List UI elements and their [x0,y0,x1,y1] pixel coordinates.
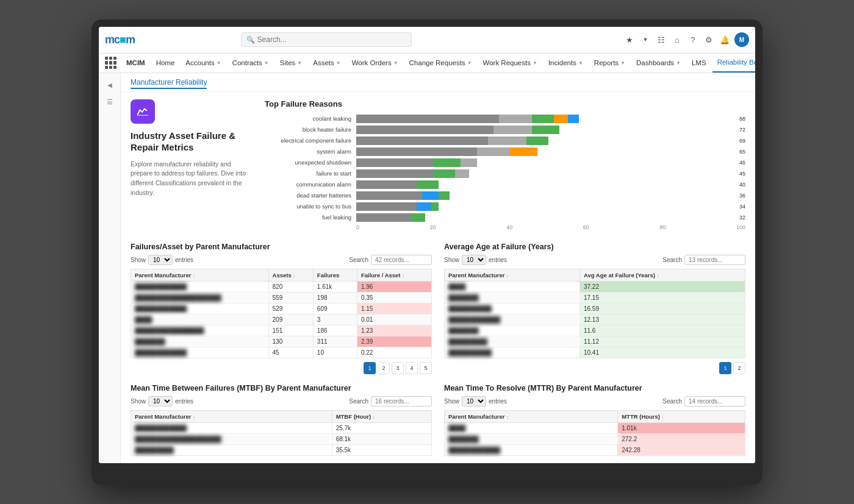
nav-lms[interactable]: LMS [687,53,711,73]
content-inner: Industry Asset Failure & Repair Metrics … [121,92,755,463]
star-icon[interactable]: ★ [623,34,636,46]
nav-reports[interactable]: Reports ▼ [589,53,630,73]
mttr-table-section: Mean Time To Resolve (MTTR) By Parent Ma… [444,384,745,456]
table-row: ████████████████1511861.23 [131,325,432,336]
col-avg-age[interactable]: Avg Age at Failure (Years) ↕ [580,269,745,281]
bar-segment [433,169,455,178]
page-button[interactable]: 3 [392,362,404,374]
avg-age-pagination: 12 [444,362,745,374]
page-button[interactable]: 5 [420,362,432,374]
nav-assets[interactable]: Assets ▼ [308,53,345,73]
mtbf-search[interactable] [371,396,432,406]
mtbf-show-select[interactable]: 10 [148,396,173,406]
grid-icon[interactable] [105,57,117,69]
chart-bar-row: coolant leaking88 [265,115,745,123]
page-button[interactable]: 4 [406,362,418,374]
bar-label: coolant leaking [265,115,356,122]
nav-sites[interactable]: Sites ▼ [275,53,307,73]
show-entries-mtbf: Show 10 entries [131,396,193,406]
col-mttr[interactable]: MTTR (Hours) ↕ [618,410,745,422]
sidebar: ◀ ☰ [99,73,121,463]
nav-incidents[interactable]: Incidents ▼ [544,53,588,73]
apps-icon[interactable]: ☷ [655,34,667,46]
bar-label: dead starter batteries [265,192,356,199]
breadcrumb-link[interactable]: Manufacturer Reliability [131,78,207,89]
table-row: ████████████████████5591980.35 [131,292,432,303]
nav-menu: MCIM Home Accounts ▼ Contracts ▼ Sites ▼… [99,54,755,73]
mtbf-table-section: Mean Time Between Failures (MTBF) By Par… [131,384,432,456]
avg-age-search[interactable] [684,255,745,265]
nav-reliability[interactable]: Reliability Benchmarking [712,53,755,73]
page-button[interactable]: 2 [733,362,745,374]
col-assets[interactable]: Assets ↕ [268,269,313,281]
search-input[interactable] [257,35,406,44]
bottom-tables-grid: Mean Time Between Failures (MTBF) By Par… [131,384,745,456]
bar-container [356,191,737,200]
col-mtbf[interactable]: MTBF (Hour) ↕ [332,410,431,422]
chart-bar-row: block heater failure72 [265,126,745,134]
nav-accounts[interactable]: Accounts ▼ [181,53,226,73]
bar-segment [356,202,417,211]
page-button[interactable]: 1 [719,362,731,374]
col-manufacturer-mtbf[interactable]: Parent Manufacturer ↕ [131,410,332,422]
failures-search[interactable] [371,255,432,265]
bar-count: 40 [739,182,745,188]
logo: mc■m [105,34,135,46]
table-row: ██████████16.59 [445,303,745,314]
failures-table: Parent Manufacturer ↕ Assets ↕ Failures … [131,269,432,358]
home-icon[interactable]: ⌂ [671,34,683,46]
col-ratio[interactable]: Failure / Asset ↕ [357,269,431,281]
show-select[interactable]: 10 [148,255,173,265]
chart-bar-row: unable to sync to bus34 [265,202,745,211]
settings-icon[interactable]: ⚙ [703,34,715,46]
col-manufacturer-mttr[interactable]: Parent Manufacturer ↕ [445,410,618,422]
chart-icon-box [131,99,155,124]
table-row: ████████████████████68.1k [131,433,432,444]
page-button[interactable]: 1 [364,362,376,374]
col-manufacturer[interactable]: Parent Manufacturer ↕ [131,269,269,281]
bar-label: unable to sync to bus [265,203,356,210]
bar-segment [356,147,477,156]
bar-segment [356,137,488,145]
bar-segment [417,202,431,211]
nav-contracts[interactable]: Contracts ▼ [228,53,274,73]
nav-work-requests[interactable]: Work Requests ▼ [478,53,542,73]
mttr-show-select[interactable]: 10 [462,396,486,406]
bar-segment [431,202,439,211]
col-manufacturer-avg[interactable]: Parent Manufacturer ↕ [445,269,580,281]
bar-segment [493,126,532,134]
mttr-table: Parent Manufacturer ↕ MTTR (Hours) ↕ ███… [444,410,745,456]
table-row: ████20930.01 [131,314,432,325]
panel-title: Industry Asset Failure & Repair Metrics [131,130,253,154]
page-button[interactable]: 2 [378,362,390,374]
avg-age-table: Parent Manufacturer ↕ Avg Age at Failure… [444,269,745,358]
search-icon: 🔍 [246,36,255,44]
avg-show-select[interactable]: 10 [462,255,486,265]
col-failures[interactable]: Failures [313,269,357,281]
bar-segment [455,169,469,178]
bar-segment [499,115,532,123]
bar-segment [356,191,422,200]
table-row: ███████17.15 [445,292,745,303]
nav-dashboards[interactable]: Dashboards ▼ [631,53,686,73]
nav-mcim[interactable]: MCIM [121,53,150,73]
user-avatar[interactable]: M [734,32,749,47]
question-icon[interactable]: ? [687,34,699,46]
avg-age-table-controls: Show 10 entries Search [444,255,745,265]
table-row: █████████11.12 [445,336,745,347]
chart-panel: Top Failure Reasons coolant leaking88blo… [265,99,745,230]
nav-home[interactable]: Home [151,53,180,73]
nav-work-orders[interactable]: Work Orders ▼ [347,53,403,73]
failures-pagination: 12345 [131,362,432,374]
nav-change-requests[interactable]: Change Requests ▼ [404,53,477,73]
search-bar[interactable]: 🔍 [241,32,412,47]
mttr-search[interactable] [684,396,745,406]
sidebar-arrow-icon[interactable]: ◀ [104,79,116,91]
dropdown-icon[interactable]: ▼ [639,34,651,46]
mtbf-search-area: Search [349,396,432,406]
avg-search-area: Search [662,255,745,265]
notification-icon[interactable]: 🔔 [719,34,731,46]
sidebar-filter-icon[interactable]: ☰ [104,96,116,108]
bar-count: 46 [739,160,745,166]
table-row: ████████████12.13 [445,314,745,325]
